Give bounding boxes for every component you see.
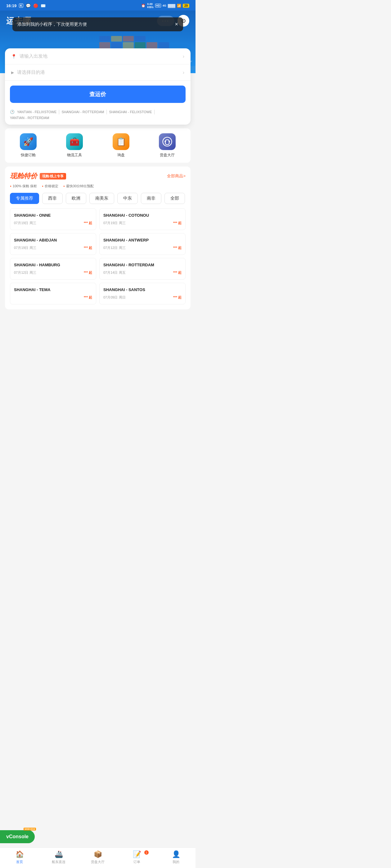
route-bottom-5: 07月12日 周三 *** 起 [14,270,92,275]
svg-point-12 [165,141,166,143]
feature-3: ● 最快30分钟出预配 [63,184,94,188]
func-item-inquiry[interactable]: 📋 询盘 [98,133,144,158]
func-item-cargo-hall[interactable]: 货盘大厅 [144,133,191,158]
tools-icon: 🧰 [69,137,79,147]
dest-row[interactable]: ▶ 请选择目的港 › [5,64,191,81]
status-right: ⏰ 0.00KB/s HD 4G ▓▓▓ 📶 29 [141,2,189,9]
tab-middle-east[interactable]: 中东 [117,193,138,204]
route-name-2: SHANGHAI - COTONOU [103,213,181,218]
route-date-6: 07月14日 周五 [103,270,126,275]
route-bottom-1: 07月19日 周三 *** 起 [14,221,92,225]
route-name-8: SHANGHAI - SANTOS [103,287,181,292]
search-card: 📍 请输入出发地 › ▶ 请选择目的港 › 查运价 🕐 YANTIAN - FE… [5,49,191,125]
status-bar: 16:19 K 💬 🔴 ✉️ ⏰ 0.00KB/s HD 4G ▓▓▓ 📶 29 [0,0,196,10]
route-bottom-4: 07月12日 周三 *** 起 [103,246,181,250]
wifi-icon: 📶 [177,4,181,8]
origin-row[interactable]: 📍 请输入出发地 › [5,49,191,64]
route-card-5[interactable]: SHANGHAI - HAMBURG 07月12日 周三 *** 起 [10,258,96,280]
network-speed: 0.00KB/s [147,2,153,9]
tab-west-africa[interactable]: 西非 [42,193,63,204]
add-banner-close-button[interactable]: × [175,21,178,28]
route-date-3: 07月19日 周三 [14,246,36,250]
route-card-7[interactable]: SHANGHAI - TEMA *** 起 [10,283,96,304]
route-card-3[interactable]: SHANGHAI - ABIDJAN 07月19日 周三 *** 起 [10,233,96,255]
route-bottom-8: 07月09日 周日 *** 起 [103,295,181,300]
route-price-5: *** 起 [84,270,92,275]
origin-arrow-icon: › [183,54,184,59]
route-price-3: *** 起 [84,246,92,250]
signal-bars: ▓▓▓ [168,4,175,7]
route-price-7: *** 起 [84,295,92,300]
tab-all[interactable]: 全部 [165,193,185,204]
tab-exclusive-rec[interactable]: 专属推荐 [10,193,39,204]
tab-europe[interactable]: 欧洲 [66,193,86,204]
routes-grid: SHANGHAI - ONNE 07月19日 周三 *** 起 SHANGHAI… [10,208,186,304]
route-name-4: SHANGHAI - ANTWERP [103,238,181,243]
quick-route-3[interactable]: SHANGHAI - FELIXSTOWE [109,110,152,114]
k-icon: K [19,3,23,8]
quick-route-1[interactable]: YANTIAN - FELIXSTOWE [17,110,56,114]
deals-title-wrap: 现舱特价 现舱·线上专享 [10,172,66,181]
route-price-4: *** 起 [173,246,181,250]
route-card-8[interactable]: SHANGHAI - SANTOS 07月09日 周日 *** 起 [99,283,186,304]
search-freight-button[interactable]: 查运价 [10,86,186,103]
svg-rect-10 [135,36,145,41]
tab-south-africa[interactable]: 南非 [141,193,161,204]
inquiry-label: 询盘 [117,153,125,158]
origin-input[interactable]: 请输入出发地 [20,53,183,59]
func-item-quick-booking[interactable]: 🚀 快捷订舱 [5,133,52,158]
route-price-1: *** 起 [84,221,92,225]
clock-icon: 🕐 [10,110,15,114]
function-icons-section: 🚀 快捷订舱 🧰 物流工具 📋 询盘 货盘大厅 [5,128,191,163]
route-card-1[interactable]: SHANGHAI - ONNE 07月19日 周三 *** 起 [10,208,96,230]
route-price-8: *** 起 [173,295,181,300]
route-card-2[interactable]: SHANGHAI - COTONOU 07月19日 周三 *** 起 [99,208,186,230]
route-bottom-7: *** 起 [14,295,92,300]
inquiry-icon-wrap: 📋 [113,133,130,150]
add-banner-text: 添加到我的小程序，下次使用更方便 [18,22,87,27]
feature-text-3: 最快30分钟出预配 [66,184,94,188]
quick-booking-icon-wrap: 🚀 [20,133,37,150]
route-name-3: SHANGHAI - ABIDJAN [14,238,92,243]
deals-section: 现舱特价 现舱·线上专享 全部商品> ● 100% 保舱 保柜 ● 价格锁定 ●… [5,166,191,309]
huihui-icon [162,137,172,147]
quick-route-2[interactable]: SHANGHAI - ROTTERDAM [62,110,104,114]
battery-icon: 29 [183,4,189,8]
dot-2: ● [42,185,44,188]
message-icon: 💬 [26,3,31,8]
route-name-7: SHANGHAI - TEMA [14,287,92,292]
route-name-5: SHANGHAI - HAMBURG [14,262,92,268]
app-icon-red: 🔴 [33,3,38,8]
route-date-4: 07月12日 周三 [103,246,126,250]
location-icon: 📍 [11,54,17,59]
svg-rect-7 [99,36,110,41]
feature-text-1: 100% 保舱 保柜 [13,184,37,188]
svg-point-13 [168,141,170,143]
route-card-4[interactable]: SHANGHAI - ANTWERP 07月12日 周三 *** 起 [99,233,186,255]
feature-text-2: 价格锁定 [45,184,58,188]
dest-input[interactable]: 请选择目的港 [17,69,183,75]
func-item-logistics-tools[interactable]: 🧰 物流工具 [52,133,98,158]
route-date-5: 07月12日 周三 [14,270,36,275]
deals-features: ● 100% 保舱 保柜 ● 价格锁定 ● 最快30分钟出预配 [10,184,186,188]
route-bottom-6: 07月14日 周五 *** 起 [103,270,181,275]
svg-rect-8 [111,36,122,41]
route-price-6: *** 起 [173,270,181,275]
route-card-6[interactable]: SHANGHAI - ROTTERDAM 07月14日 周五 *** 起 [99,258,186,280]
status-time: 16:19 [6,3,17,8]
route-date-8: 07月09日 周日 [103,295,126,300]
route-bottom-2: 07月19日 周三 *** 起 [103,221,181,225]
deals-title: 现舱特价 [10,172,37,181]
quick-routes: 🕐 YANTIAN - FELIXSTOWE | SHANGHAI - ROTT… [5,108,191,125]
route-name-1: SHANGHAI - ONNE [14,213,92,218]
route-price-2: *** 起 [173,221,181,225]
tab-south-america-east[interactable]: 南美东 [89,193,114,204]
route-date-2: 07月19日 周三 [103,221,126,225]
quick-route-4[interactable]: YANTIAN - ROTTERDAM [10,116,49,120]
feature-1: ● 100% 保舱 保柜 [10,184,37,188]
logistics-tools-icon-wrap: 🧰 [66,133,83,150]
inquiry-icon: 📋 [116,137,126,147]
dot-1: ● [10,185,11,188]
add-to-miniprogram-banner: 添加到我的小程序，下次使用更方便 × [12,18,183,31]
all-products-link[interactable]: 全部商品> [167,173,186,179]
